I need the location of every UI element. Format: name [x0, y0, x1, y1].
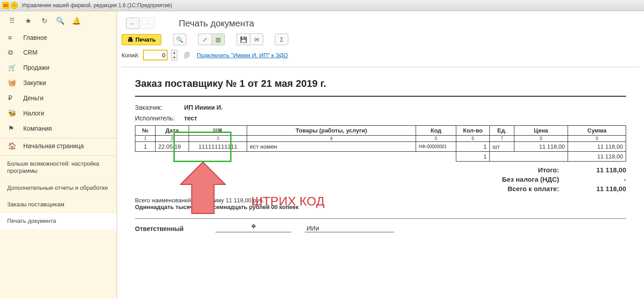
cell-unit: шт	[490, 142, 514, 152]
sidebar-subitem-reports[interactable]: Дополнительные отчеты и обработки	[0, 180, 117, 196]
fit-button[interactable]: ▥	[211, 34, 225, 45]
cell-n: 1	[135, 142, 156, 152]
content-area: ← → Печать документа 🖶Печать 🔍 ⤢ ▥ 💾 ✉ Σ…	[117, 11, 644, 299]
crm-icon: ⧉	[8, 48, 17, 56]
table-row[interactable]: 1 22.05.19 111111111111 ест номен НФ-000…	[135, 142, 626, 152]
preview-button[interactable]: 🔍	[173, 34, 186, 45]
printer-icon: 🖶	[127, 36, 133, 43]
sidebar-item-money[interactable]: ₽Деньги	[0, 90, 117, 106]
table-header-row: №ДатаШКТовары (работы, услуги)КодКол-воЕ…	[135, 126, 626, 136]
email-button[interactable]: ✉	[250, 34, 263, 45]
save-button[interactable]: 💾	[236, 34, 250, 45]
customer-label: Заказчик:	[135, 104, 184, 111]
copies-row: Копий: ▲▼ 🗐 Подключить "Иииии И. ИП" к Э…	[117, 50, 644, 67]
star-icon[interactable]: ★	[24, 17, 32, 25]
summary-text: Всего наименований 1, на сумму 11 118,00…	[135, 197, 626, 210]
copies-label: Копий:	[122, 52, 139, 59]
collate-icon[interactable]: 🗐	[184, 51, 190, 59]
totals-block: Итого:11 118,00 Без налога (НДС)- Всего …	[135, 166, 626, 192]
document-table: №ДатаШКТовары (работы, услуги)КодКол-воЕ…	[135, 125, 626, 162]
app-menu-dropdown-icon[interactable]: ▼	[11, 2, 18, 9]
expand-button[interactable]: ⤢	[198, 34, 211, 45]
page-title: Печать документа	[179, 18, 254, 29]
sidebar-item-taxes[interactable]: 🐝Налоги	[0, 106, 117, 121]
history-icon[interactable]: ↻	[40, 17, 48, 25]
edo-link[interactable]: Подключить "Иииии И. ИП" к ЭДО	[197, 52, 288, 59]
toolbar: 🖶Печать 🔍 ⤢ ▥ 💾 ✉ Σ	[117, 34, 644, 50]
bell-icon[interactable]: 🔔	[72, 17, 80, 25]
cell-code: НФ-00000001	[416, 142, 456, 152]
sidebar: ⠿ ★ ↻ 🔍 🔔 ≡Главное ⧉CRM 🛒Продажи 🧺Закупк…	[0, 11, 117, 299]
sidebar-item-company[interactable]: ⚑Компания	[0, 121, 117, 136]
document-area: Заказ поставщику № 1 от 21 мая 2019 г. З…	[117, 67, 644, 232]
cell-price: 11 118,00	[514, 142, 568, 152]
sidebar-subitem-orders[interactable]: Заказы поставщикам	[0, 196, 117, 213]
nav-back-button[interactable]: ←	[126, 17, 139, 29]
move-cursor-icon: ✥	[251, 223, 256, 230]
table-index-row: 123456789	[135, 136, 626, 142]
print-button[interactable]: 🖶Печать	[122, 34, 161, 45]
window-title: Управление нашей фирмой, редакция 1.6 (1…	[21, 2, 172, 9]
cell-barcode: 111111111111	[189, 142, 247, 152]
basket-icon: 🧺	[8, 79, 17, 87]
signature-slot[interactable]: ✥	[215, 224, 291, 232]
table-total-row: 1 11 118,00	[135, 152, 626, 162]
copies-spinner[interactable]: ▲▼	[171, 50, 177, 60]
sidebar-item-home[interactable]: 🏠Начальная страница	[0, 138, 117, 154]
sidebar-subitem-print[interactable]: Печать документа	[0, 213, 117, 230]
copies-input[interactable]	[143, 50, 168, 60]
eagle-icon: 🐝	[8, 109, 17, 117]
menu-icon: ≡	[8, 34, 17, 41]
app-logo-icon: 1C	[2, 2, 9, 9]
ruble-icon: ₽	[8, 94, 17, 102]
cell-sum: 11 118,00	[568, 142, 626, 152]
executor-value: тест	[184, 115, 197, 122]
document-title: Заказ поставщику № 1 от 21 мая 2019 г.	[135, 78, 626, 90]
sidebar-item-purchases[interactable]: 🧺Закупки	[0, 75, 117, 90]
home-icon: 🏠	[8, 142, 17, 150]
responsible-row: Ответственный ✥ ИИи	[135, 224, 626, 232]
cell-qty: 1	[456, 142, 490, 152]
sidebar-item-sales[interactable]: 🛒Продажи	[0, 60, 117, 75]
sum-button[interactable]: Σ	[275, 34, 288, 45]
customer-value: ИП Иииии И.	[184, 104, 223, 111]
executor-label: Исполнитель:	[135, 115, 184, 122]
sidebar-toolbar: ⠿ ★ ↻ 🔍 🔔	[0, 11, 117, 30]
responsible-name: ИИи	[305, 225, 394, 232]
window-titlebar: 1C ▼ Управление нашей фирмой, редакция 1…	[0, 0, 644, 11]
cell-date: 22.05.19	[156, 142, 189, 152]
cell-goods: ест номен	[247, 142, 416, 152]
nav-forward-button[interactable]: →	[141, 17, 155, 29]
sidebar-item-crm[interactable]: ⧉CRM	[0, 45, 117, 60]
sidebar-subitem-settings[interactable]: Больше возможностей: настройка программы	[0, 156, 117, 180]
search-icon[interactable]: 🔍	[56, 17, 64, 25]
flag-icon: ⚑	[8, 124, 17, 132]
apps-icon[interactable]: ⠿	[8, 17, 16, 25]
sidebar-item-main[interactable]: ≡Главное	[0, 30, 117, 45]
cart-icon: 🛒	[8, 64, 17, 72]
